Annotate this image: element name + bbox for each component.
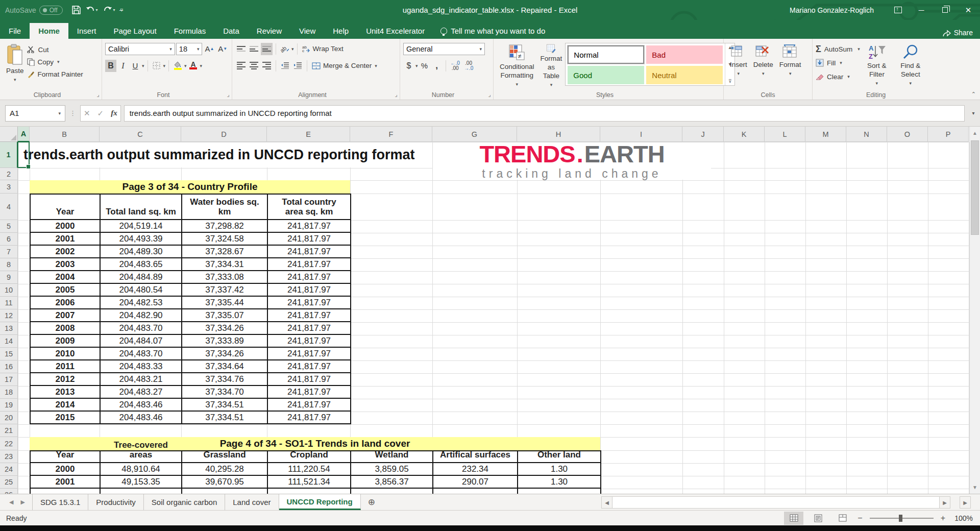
font-color-button[interactable]: A [188,60,199,72]
cell-style-good[interactable]: Good [568,66,644,84]
fill-color-button[interactable] [172,60,183,72]
underline-dropdown-icon[interactable]: ▾ [142,63,144,68]
hscroll-left-icon[interactable]: ◀ [601,496,612,509]
align-right-button[interactable] [261,60,273,72]
page-break-preview-button[interactable] [833,512,852,525]
conditional-formatting-button[interactable]: ≠ Conditional Formatting▾ [497,42,537,89]
row-header-15[interactable]: 15 [0,348,18,360]
row-header-23[interactable]: 23 [0,450,18,463]
column-header-e[interactable]: E [267,127,350,142]
expand-formula-bar-icon[interactable]: ▾ [968,110,979,116]
bold-button[interactable]: B [105,60,116,72]
ribbon-tab-formulas[interactable]: Formulas [165,23,215,39]
ribbon-tab-unit4-excelerator[interactable]: Unit4 Excelerator [357,23,433,39]
number-format-select[interactable]: General▾ [403,43,485,55]
row-header-18[interactable]: 18 [0,386,18,399]
row-header-6[interactable]: 6 [0,233,18,246]
column-header-k[interactable]: K [724,127,765,142]
row-header-20[interactable]: 20 [0,412,18,424]
borders-button[interactable] [151,60,162,72]
delete-cells-button[interactable]: Delete▾ [750,42,776,78]
paste-button[interactable]: Paste ▾ [3,42,27,84]
page-layout-view-button[interactable] [808,512,828,525]
increase-indent-button[interactable] [292,60,304,72]
name-box[interactable]: A1▾ [5,105,65,122]
number-dialog-launcher[interactable]: ⌟ [488,91,491,98]
row-header-24[interactable]: 24 [0,463,18,476]
column-header-h[interactable]: H [517,127,600,142]
column-header-b[interactable]: B [30,127,100,142]
row-header-25[interactable]: 25 [0,476,18,489]
minimize-button[interactable]: ─ [910,0,933,20]
save-icon[interactable] [72,6,81,14]
ribbon-tab-review[interactable]: Review [248,23,290,39]
column-header-p[interactable]: P [928,127,969,142]
row-header-16[interactable]: 16 [0,360,18,373]
zoom-in-icon[interactable]: + [941,514,945,523]
font-size-select[interactable]: 18▾ [176,43,203,55]
customize-qat-button[interactable]: ▿̶ [120,7,124,13]
cell-style-neutral[interactable]: Neutral [646,66,723,84]
row-header-3[interactable]: 3 [0,180,18,194]
row-header-8[interactable]: 8 [0,258,18,271]
underline-button[interactable]: U [130,60,141,72]
vscroll-up-icon[interactable]: ▲ [970,127,980,139]
middle-align-button[interactable] [248,43,260,55]
font-name-select[interactable]: Calibri▾ [105,43,175,55]
font-dialog-launcher[interactable]: ⌟ [227,91,230,98]
sheet-tab-productivity[interactable]: Productivity [88,494,144,510]
restore-button[interactable] [933,0,957,20]
sheet-nav-right-icon[interactable]: ▶ [20,499,24,505]
column-header-o[interactable]: O [887,127,928,142]
enter-formula-icon[interactable]: ✓ [97,109,104,118]
tell-me-box[interactable]: Tell me what you want to do [433,23,552,39]
share-button[interactable]: Share [943,29,973,37]
sort-filter-button[interactable]: AZ Sort & Filter▾ [860,42,894,89]
cut-button[interactable]: Cut [27,44,83,55]
copy-button[interactable]: Copy ▾ [27,56,83,67]
column-header-c[interactable]: C [100,127,181,142]
row-header-17[interactable]: 17 [0,373,18,386]
comma-style-button[interactable]: , [431,60,443,72]
column-header-a[interactable]: A [18,127,30,142]
row-header-7[interactable]: 7 [0,246,18,258]
zoom-percentage[interactable]: 100% [950,514,973,522]
column-header-n[interactable]: N [846,127,887,142]
decrease-font-size-button[interactable]: A▼ [216,43,229,55]
column-header-m[interactable]: M [805,127,846,142]
vscroll-thumb[interactable] [971,140,979,235]
formula-bar-splitter[interactable]: ⋮ [68,109,77,117]
format-cells-button[interactable]: Format▾ [776,42,804,78]
formula-input[interactable]: trends.earth output summarized in UNCCD … [124,105,965,122]
row-header-4[interactable]: 4 [0,194,18,220]
insert-function-icon[interactable]: fx [111,109,117,117]
cell-style-normal[interactable]: Normal [568,45,644,64]
row-header-2[interactable]: 2 [0,168,18,180]
cancel-formula-icon[interactable]: ✕ [84,109,90,118]
clipboard-dialog-launcher[interactable]: ⌟ [97,91,100,98]
normal-view-button[interactable] [784,512,803,525]
ribbon-tab-insert[interactable]: Insert [68,23,105,39]
sheet-tab-soil-organic-carbon[interactable]: Soil organic carbon [144,494,225,510]
ribbon-tab-help[interactable]: Help [324,23,357,39]
row-header-12[interactable]: 12 [0,309,18,322]
row-header-1[interactable]: 1 [0,142,18,168]
format-as-table-button[interactable]: Format as Table▾ [537,42,566,89]
clear-button[interactable]: Clear ▾ [816,70,860,83]
column-header-d[interactable]: D [181,127,267,142]
column-header-j[interactable]: J [682,127,724,142]
fill-button[interactable]: Fill ▾ [816,57,860,69]
align-center-button[interactable] [248,60,260,72]
vscroll-down-icon[interactable]: ▼ [970,481,980,494]
redo-button[interactable]: ▾ [103,6,115,14]
hscroll-right-icon[interactable]: ▶ [939,496,950,509]
close-button[interactable]: ✕ [957,0,980,20]
find-select-button[interactable]: Find & Select▾ [894,42,927,89]
accounting-format-button[interactable]: $ [403,60,414,72]
column-header-l[interactable]: L [765,127,805,142]
ribbon-tab-home[interactable]: Home [30,23,68,39]
column-header-g[interactable]: G [432,127,517,142]
row-header-9[interactable]: 9 [0,271,18,284]
horizontal-scrollbar[interactable]: ◀ ▶ [601,496,950,509]
sheet-tab-land-cover[interactable]: Land cover [225,494,279,510]
